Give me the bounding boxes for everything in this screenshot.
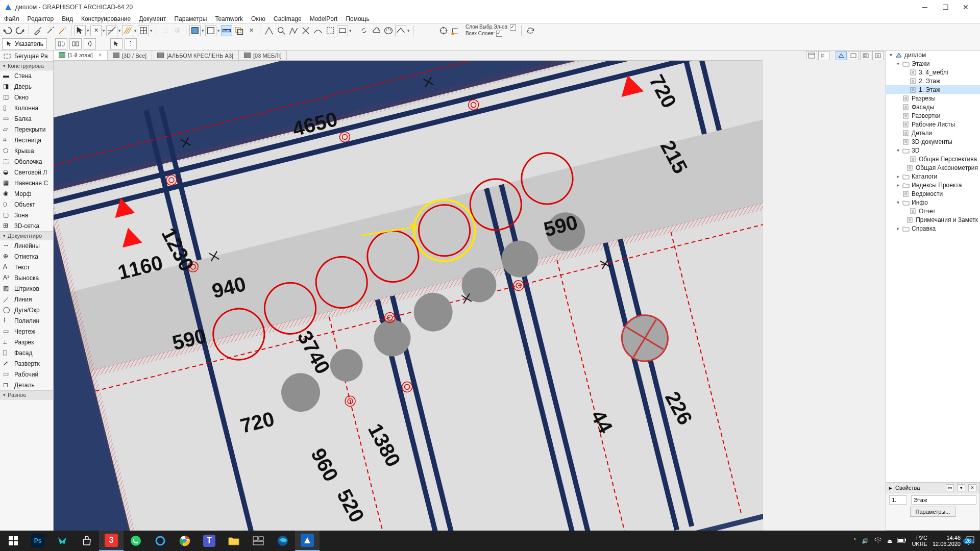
- nav-item-Ведомости[interactable]: Ведомости: [886, 189, 980, 198]
- nav-mode-tree-button[interactable]: [818, 51, 829, 60]
- nav-tab-layout-button[interactable]: [860, 51, 871, 60]
- nav-item-3D-документы[interactable]: 3D-документы: [886, 137, 980, 146]
- tool-Дверь[interactable]: ◨Дверь: [0, 81, 53, 92]
- sel-filter-1-button[interactable]: [110, 38, 122, 49]
- tray-wifi-icon[interactable]: [874, 537, 882, 544]
- menu-конструирование[interactable]: Конструирование: [77, 14, 135, 23]
- tool-Развертк[interactable]: ⤢Развертк: [0, 358, 53, 369]
- taskbar-photoshop-icon[interactable]: Ps: [26, 531, 50, 551]
- redo-button[interactable]: [14, 25, 26, 36]
- tab-[03 МЕБЛІ][interactable]: [03 МЕБЛІ]: [239, 51, 287, 60]
- trace-icon[interactable]: [233, 25, 244, 36]
- taskbar-predator-icon[interactable]: [50, 531, 75, 551]
- sync-icon[interactable]: [525, 25, 536, 36]
- tool-b-icon[interactable]: ⊡: [172, 25, 183, 36]
- undo-button[interactable]: [2, 25, 13, 36]
- menu-файл[interactable]: Файл: [0, 14, 23, 23]
- drawing-canvas[interactable]: 4650 1230 1160 940 590 590 3740 720 720 …: [54, 61, 763, 538]
- notifications-button[interactable]: [966, 536, 975, 546]
- tray-expand-icon[interactable]: ˄: [853, 538, 856, 544]
- nav-item-Отчет[interactable]: Отчет: [886, 207, 980, 215]
- taskbar-teams-icon[interactable]: T: [197, 531, 222, 551]
- cloud-icon[interactable]: [371, 25, 382, 36]
- tool-Линия[interactable]: ／Линия: [0, 294, 53, 305]
- nav-item-2. Этаж[interactable]: 2. Этаж: [886, 77, 980, 85]
- layer-all-checkbox[interactable]: [496, 31, 502, 37]
- roof-tool-dropdown[interactable]: ▾: [395, 25, 410, 36]
- tray-up-icon[interactable]: ⏏: [887, 538, 892, 544]
- tab-[АЛЬБОМ КРЕСЛЕНЬ А3][interactable]: [АЛЬБОМ КРЕСЛЕНЬ А3]: [152, 51, 239, 60]
- menu-teamwork[interactable]: Teamwork: [211, 14, 247, 23]
- taskbar-explorer-icon[interactable]: [222, 531, 246, 551]
- props-pin-button[interactable]: ▭: [946, 484, 954, 491]
- nav-item-3D[interactable]: ▾3D: [886, 146, 980, 155]
- tool-Разрез[interactable]: ⟂Разрез: [0, 337, 53, 347]
- tool-Балка[interactable]: ▭Балка: [0, 113, 53, 124]
- find-icon[interactable]: [276, 25, 287, 36]
- close-button[interactable]: ✕: [955, 0, 976, 14]
- props-id-cell[interactable]: 1.: [889, 495, 907, 505]
- nav-item-Фасады[interactable]: Фасады: [886, 103, 980, 111]
- tab-[3D / Все][interactable]: [3D / Все]: [108, 51, 152, 60]
- props-collapse-icon[interactable]: ▸: [889, 485, 892, 491]
- maximize-button[interactable]: ☐: [935, 0, 955, 14]
- poly-trim-icon[interactable]: [288, 25, 299, 36]
- tool-Зона[interactable]: ▢Зона: [0, 210, 53, 220]
- tool-Колонна[interactable]: ▯Колонна: [0, 103, 53, 113]
- rect-marquee-icon[interactable]: [325, 25, 336, 36]
- ruler-icon[interactable]: [221, 25, 232, 36]
- toolbox-section-Документиро[interactable]: ▾Документиро: [0, 231, 53, 240]
- props-name-cell[interactable]: Этаж: [911, 495, 976, 505]
- nav-item-Индексы Проекта[interactable]: ▸Индексы Проекта: [886, 181, 980, 189]
- taskbar-archicad-icon[interactable]: [295, 531, 320, 551]
- sel-filter-2-button[interactable]: ⋮: [125, 38, 137, 49]
- nav-item-3. 4_меблі[interactable]: 3. 4_меблі: [886, 68, 980, 77]
- nav-item-Этажи[interactable]: ▾Этажи: [886, 59, 980, 68]
- tool-Чертеж[interactable]: ▭Чертеж: [0, 326, 53, 337]
- tool-Окно[interactable]: ◫Окно: [0, 92, 53, 103]
- coord-origin-icon[interactable]: [438, 25, 449, 36]
- tool-Оболочка[interactable]: ⬚Оболочка: [0, 156, 53, 167]
- grid-dropdown[interactable]: ▾: [138, 25, 153, 36]
- menu-cadimage[interactable]: Cadimage: [270, 14, 306, 23]
- props-menu-button[interactable]: ▾: [957, 484, 965, 491]
- nav-item-Инфо[interactable]: ▾Инфо: [886, 198, 980, 207]
- pointer-tool-button[interactable]: Указатель: [2, 38, 47, 49]
- tool-Рабочий[interactable]: ▭Рабочий: [0, 369, 53, 380]
- snap-mode-dropdown[interactable]: ✕▾: [90, 25, 105, 36]
- taskbar-store-icon[interactable]: [75, 531, 99, 551]
- taskbar-edge-icon[interactable]: [271, 531, 295, 551]
- menu-помощь[interactable]: Помощь: [341, 14, 373, 23]
- menu-окно[interactable]: Окно: [247, 14, 270, 23]
- toolbox-section-Разное[interactable]: ▾Разное: [0, 390, 53, 399]
- nav-item-Справка[interactable]: ▸Справка: [886, 224, 980, 233]
- palette-icon[interactable]: [383, 25, 394, 36]
- tool-Фасад[interactable]: ⎕Фасад: [0, 347, 53, 358]
- nav-item-Каталоги[interactable]: ▸Каталоги: [886, 172, 980, 181]
- eyedropper-icon[interactable]: [32, 25, 43, 36]
- tool-Выноска[interactable]: A¹Выноска: [0, 272, 53, 283]
- menu-редактор[interactable]: Редактор: [23, 14, 58, 23]
- intersect-dropdown[interactable]: ▾: [106, 25, 121, 36]
- nav-item-Разрезы[interactable]: Разрезы: [886, 94, 980, 103]
- nav-item-Общая Перспектива[interactable]: Общая Перспектива: [886, 155, 980, 163]
- renovation-dropdown[interactable]: ▾: [337, 25, 352, 36]
- nav-item-Развертки[interactable]: Развертки: [886, 111, 980, 120]
- tool-Навесная С[interactable]: ▦Навесная С: [0, 178, 53, 188]
- tool-Объект[interactable]: ⬯Объект: [0, 199, 53, 210]
- guide-dropdown[interactable]: ▾: [122, 25, 137, 36]
- taskbar-taskview-icon[interactable]: [246, 531, 271, 551]
- layer-display-dropdown[interactable]: ▾: [189, 25, 204, 36]
- tool-Отметка[interactable]: ⊕Отметка: [0, 251, 53, 262]
- tool-3D-сетка[interactable]: ⊞3D-сетка: [0, 220, 53, 231]
- menu-параметры[interactable]: Параметры: [170, 14, 211, 23]
- split-icon[interactable]: [300, 25, 311, 36]
- nav-mode-project-button[interactable]: [806, 51, 817, 60]
- tab-[1-й этаж][interactable]: [1-й этаж]×: [54, 51, 108, 60]
- tool-Дуга/Окр[interactable]: ◯Дуга/Окр: [0, 305, 53, 315]
- nav-item-Детали[interactable]: Детали: [886, 129, 980, 137]
- running-line-tool[interactable]: Бегущая Ра: [0, 51, 53, 61]
- crop-icon[interactable]: [263, 25, 275, 36]
- taskbar-cortana-icon[interactable]: [148, 531, 173, 551]
- sel-mode-1-button[interactable]: [55, 38, 67, 49]
